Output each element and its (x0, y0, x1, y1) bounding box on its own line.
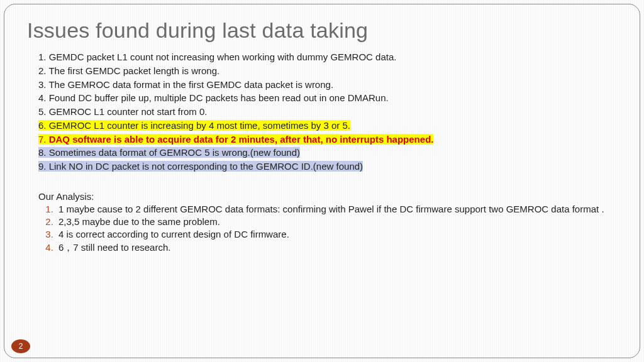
analysis-item: 2,3,5 maybe due to the same problem. (56, 216, 617, 228)
analysis-item: 4 is correct according to current design… (56, 228, 617, 241)
analysis-item: 1 maybe cause to 2 different GEMROC data… (56, 203, 617, 216)
analysis-item: 6，7 still need to research. (56, 241, 617, 254)
issue-item: 9. Link NO in DC packet is not correspon… (38, 160, 617, 173)
analysis-heading: Our Analysis: (38, 191, 617, 202)
slide-frame: Issues found during last data taking 1. … (4, 4, 640, 358)
issue-item: 7. DAQ software is able to acquire data … (38, 133, 617, 146)
analysis-block: Our Analysis: 1 maybe cause to 2 differe… (27, 191, 617, 254)
issue-item: 5. GEMROC L1 counter not start from 0. (38, 105, 617, 119)
issue-item: 3. The GEMROC data format in the first G… (38, 78, 617, 92)
slide-title: Issues found during last data taking (27, 18, 617, 43)
issue-item: 6. GEMROC L1 counter is increasing by 4 … (38, 119, 617, 133)
issue-item: 4. Found DC buffer pile up, multiple DC … (38, 91, 617, 105)
issue-item: 1. GEMDC packet L1 count not increasing … (38, 50, 617, 64)
issue-item: 2. The first GEMDC packet length is wron… (38, 64, 617, 78)
analysis-list: 1 maybe cause to 2 different GEMROC data… (38, 203, 617, 254)
issue-item: 8. Sometimes data format of GEMROC 5 is … (38, 146, 617, 160)
issues-list: 1. GEMDC packet L1 count not increasing … (27, 50, 617, 173)
page-number-badge: 2 (11, 339, 30, 353)
